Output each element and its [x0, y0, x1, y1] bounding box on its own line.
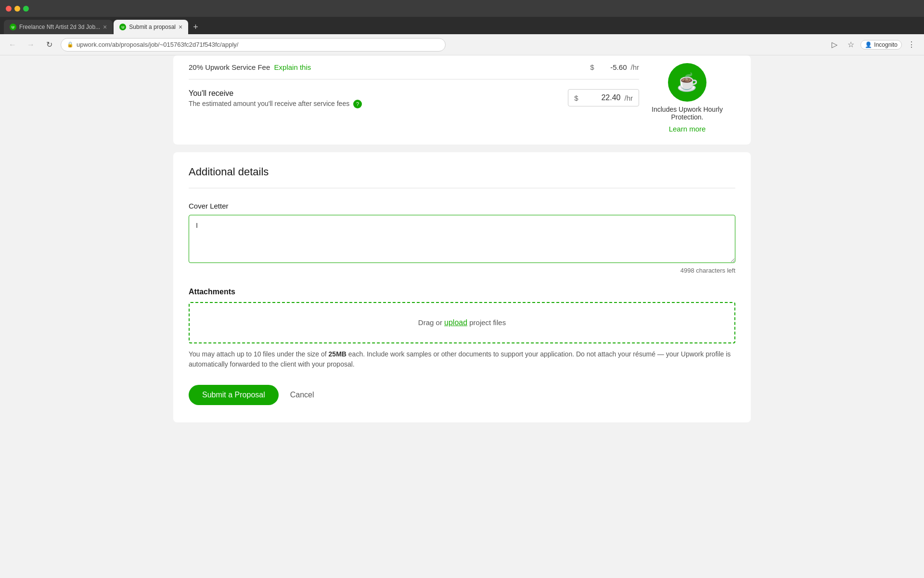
- page-content: 20% Upwork Service Fee Explain this $ -5…: [0, 55, 924, 422]
- bookmark-icon[interactable]: ☆: [844, 38, 858, 52]
- help-icon[interactable]: ?: [353, 100, 362, 108]
- additional-details-title: Additional details: [189, 166, 735, 188]
- receive-amount-box: $ 22.40 /hr: [568, 89, 639, 106]
- submit-proposal-button[interactable]: Submit a Proposal: [189, 385, 279, 405]
- receive-per-hr: /hr: [624, 94, 633, 102]
- back-button[interactable]: ←: [6, 38, 19, 52]
- maximize-window-button[interactable]: [23, 6, 29, 12]
- lock-icon: 🔒: [67, 41, 74, 48]
- tab-close-2[interactable]: ×: [179, 24, 182, 30]
- tab-freelance-nft[interactable]: U Freelance Nft Artist 2d 3d Job... ×: [4, 20, 113, 34]
- service-fee-amount-group: $ -5.60 /hr: [590, 63, 639, 71]
- profile-label: Incognito: [874, 41, 898, 48]
- tab-favicon-2: U: [119, 24, 126, 30]
- address-text: upwork.com/ab/proposals/job/~015763fc2d7…: [77, 41, 238, 48]
- cover-letter-section: Cover Letter I 4998 characters left: [189, 202, 735, 274]
- close-window-button[interactable]: [6, 6, 12, 12]
- toolbar-right: ▷ ☆ 👤 Incognito ⋮: [828, 38, 918, 52]
- attachments-label: Attachments: [189, 288, 735, 296]
- learn-more-link[interactable]: Learn more: [669, 125, 706, 133]
- service-fee-per-hr: /hr: [630, 63, 639, 71]
- tab-bar: U Freelance Nft Artist 2d 3d Job... × U …: [0, 17, 924, 34]
- receive-dollar: $: [574, 94, 578, 102]
- service-fee-row: 20% Upwork Service Fee Explain this $ -5…: [189, 55, 639, 79]
- profile-button[interactable]: 👤 Incognito: [860, 40, 902, 50]
- service-fee-amount: -5.60: [598, 63, 627, 71]
- attachment-note: You may attach up to 10 files under the …: [189, 349, 735, 369]
- cover-letter-label: Cover Letter: [189, 202, 735, 210]
- size-limit: 25MB: [329, 350, 346, 358]
- traffic-lights: [6, 6, 29, 12]
- tab-label-1: Freelance Nft Artist 2d 3d Job...: [19, 24, 100, 30]
- shield-circle: ☕: [668, 63, 706, 102]
- receive-amount: 22.40: [582, 93, 620, 102]
- address-bar[interactable]: 🔒 upwork.com/ab/proposals/job/~015763fc2…: [61, 38, 446, 52]
- upload-zone[interactable]: Drag or upload project files: [189, 302, 735, 343]
- protection-badge: ☕ Includes Upwork Hourly Protection. Lea…: [639, 55, 735, 133]
- cancel-button[interactable]: Cancel: [290, 385, 314, 405]
- upload-text-prefix: Drag or: [418, 318, 444, 327]
- receive-desc: The estimated amount you'll receive afte…: [189, 100, 568, 108]
- address-bar-row: ← → ↻ 🔒 upwork.com/ab/proposals/job/~015…: [0, 34, 924, 55]
- fee-content: 20% Upwork Service Fee Explain this $ -5…: [189, 55, 639, 108]
- tab-submit-proposal[interactable]: U Submit a proposal ×: [114, 20, 188, 34]
- receive-label: You'll receive The estimated amount you'…: [189, 89, 568, 108]
- fee-card: 20% Upwork Service Fee Explain this $ -5…: [173, 55, 751, 144]
- tab-label-2: Submit a proposal: [129, 24, 176, 30]
- additional-details-card: Additional details Cover Letter I 4998 c…: [173, 152, 751, 422]
- char-count: 4998 characters left: [189, 267, 735, 274]
- refresh-button[interactable]: ↻: [42, 38, 56, 52]
- service-fee-label: 20% Upwork Service Fee Explain this: [189, 63, 590, 71]
- receive-row: You'll receive The estimated amount you'…: [189, 79, 639, 108]
- upload-link[interactable]: upload: [444, 318, 467, 327]
- forward-button[interactable]: →: [24, 38, 38, 52]
- receive-title: You'll receive: [189, 89, 568, 98]
- tab-close-1[interactable]: ×: [103, 24, 107, 30]
- service-fee-dollar: $: [590, 63, 594, 71]
- minimize-window-button[interactable]: [14, 6, 20, 12]
- browser-titlebar: [0, 0, 924, 17]
- new-tab-button[interactable]: +: [189, 20, 202, 34]
- attachments-section: Attachments Drag or upload project files…: [189, 288, 735, 369]
- action-buttons: Submit a Proposal Cancel: [189, 385, 735, 405]
- protection-text: Includes Upwork Hourly Protection.: [639, 105, 735, 121]
- profile-avatar-icon: 👤: [865, 41, 872, 48]
- cover-letter-textarea[interactable]: I: [189, 215, 735, 263]
- upload-text-suffix: project files: [467, 318, 506, 327]
- cast-icon[interactable]: ▷: [828, 38, 841, 52]
- service-fee-text: 20% Upwork Service Fee: [189, 63, 270, 71]
- tab-favicon-1: U: [10, 24, 16, 30]
- explain-this-link[interactable]: Explain this: [274, 63, 311, 71]
- menu-button[interactable]: ⋮: [905, 38, 918, 52]
- shield-icon: ☕: [677, 72, 698, 92]
